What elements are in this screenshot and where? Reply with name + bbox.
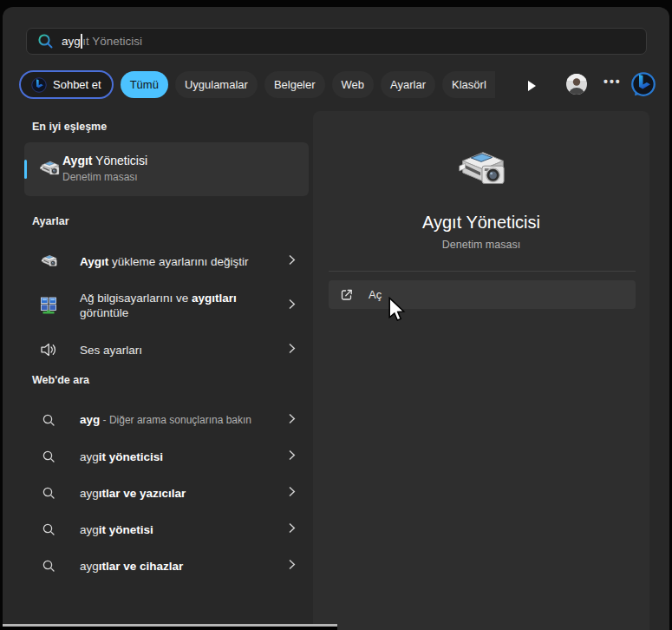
query-text: ayg (80, 560, 99, 573)
tab-chat[interactable]: Sohbet et (19, 70, 114, 99)
search-icon (37, 33, 54, 49)
label-post: görüntüle (80, 306, 128, 319)
label-bold: aygıtları (192, 292, 237, 305)
settings-item-label: Aygıt yükleme ayarlarını değiştir (80, 254, 249, 269)
speaker-icon (39, 341, 58, 358)
search-glass-icon (39, 559, 58, 574)
taskbar-gap (0, 627, 337, 630)
best-match-result[interactable]: Aygıt Yöneticisi Denetim masası (24, 142, 309, 196)
completion-text: it yönetisi (99, 523, 153, 536)
tab-folders[interactable]: Klasörl (442, 71, 495, 98)
search-glass-icon (39, 450, 58, 464)
tab-all[interactable]: Tümü (121, 71, 168, 98)
query-text: ayg (80, 413, 100, 426)
label-pre: Ses ayarları (80, 344, 142, 357)
tab-documents[interactable]: Belgeler (264, 71, 325, 98)
section-settings: Ayarlar (32, 215, 69, 227)
completion-text: ıtlar ve yazıcılar (99, 487, 186, 500)
chevron-right-icon (289, 412, 296, 428)
divider (329, 271, 636, 272)
settings-item-sound[interactable]: Ses ayarları (24, 331, 308, 368)
avatar-photo (566, 74, 587, 95)
device-manager-icon (39, 253, 58, 271)
search-suggestion-text: ıt Yöneticisi (82, 35, 142, 48)
best-match-title: Aygıt Yöneticisi (62, 154, 147, 167)
tab-web[interactable]: Web (332, 71, 375, 98)
label-bold: Aygıt (80, 255, 108, 268)
web-suggestion[interactable]: aygıtlar ve yazıcılar (24, 475, 308, 511)
query-text: ayg (80, 523, 99, 536)
web-suggestion[interactable]: ayg - Diğer arama sonuçlarına bakın (24, 402, 308, 438)
open-action-button[interactable]: Aç (329, 280, 636, 309)
web-suggestion-label: aygıtlar ve cihazlar (80, 559, 183, 574)
web-suggestion[interactable]: aygit yönetisi (24, 511, 308, 548)
completion-text: it yöneticisi (99, 450, 163, 463)
annotation-text: - Diğer arama sonuçlarına bakın (100, 414, 251, 426)
settings-item-label: Ses ayarları (80, 343, 142, 358)
chevron-right-icon (289, 298, 296, 313)
tab-settings[interactable]: Ayarlar (381, 71, 435, 98)
chevron-right-icon (289, 558, 296, 574)
settings-item-device-install[interactable]: Aygıt yükleme ayarlarını değiştir (24, 243, 308, 279)
label-pre: Ağ bilgisayarlarını ve (80, 292, 192, 305)
tabs-scroll-right-button[interactable] (528, 79, 537, 95)
chevron-right-icon (289, 342, 296, 358)
section-best-match: En iyi eşleşme (32, 121, 107, 133)
selection-accent-bar (24, 160, 27, 179)
bing-icon (630, 71, 656, 97)
section-web-search: Web'de ara (32, 374, 89, 386)
chevron-right-icon (289, 485, 296, 501)
network-devices-icon (39, 297, 58, 314)
tab-settings-label: Ayarlar (390, 78, 426, 91)
tab-folders-label: Klasörl (452, 78, 486, 91)
chevron-right-icon (289, 253, 296, 269)
tab-apps-label: Uygulamalar (185, 78, 248, 91)
settings-item-network-devices[interactable]: Ağ bilgisayarlarını ve aygıtları görüntü… (24, 279, 308, 331)
search-flyout-panel: ayg ıt Yöneticisi Sohbet et Tümü Uygulam… (3, 7, 669, 630)
web-suggestion[interactable]: aygit yöneticisi (24, 438, 308, 475)
preview-subtitle: Denetim masası (313, 239, 649, 251)
open-label: Aç (369, 288, 382, 301)
chevron-right-icon (289, 449, 296, 464)
query-text: ayg (80, 487, 99, 500)
tab-apps[interactable]: Uygulamalar (175, 71, 258, 98)
preview-title: Aygıt Yöneticisi (313, 213, 649, 233)
search-typed-text: ayg (62, 35, 81, 48)
web-suggestion-label: ayg - Diğer arama sonuçlarına bakın (80, 412, 251, 428)
search-glass-icon (39, 486, 58, 501)
open-external-icon (340, 288, 354, 302)
bing-chat-icon (31, 77, 47, 93)
tab-web-label: Web (342, 78, 365, 91)
search-glass-icon (39, 522, 58, 537)
best-match-subtitle: Denetim masası (62, 171, 138, 183)
web-suggestion-label: aygit yönetisi (80, 522, 153, 537)
tab-chat-label: Sohbet et (53, 78, 101, 91)
search-text[interactable]: ayg ıt Yöneticisi (62, 34, 142, 49)
completion-text: ıtlar ve cihazlar (99, 560, 184, 573)
mouse-cursor (388, 297, 406, 325)
best-match-title-rest: Yöneticisi (92, 154, 147, 167)
device-manager-icon-large (313, 111, 649, 198)
web-suggestion-label: aygıtlar ve yazıcılar (80, 486, 186, 501)
label-post: yükleme ayarlarını değiştir (108, 255, 248, 268)
preview-pane: Aygıt Yöneticisi Denetim masası Aç (313, 111, 649, 630)
tab-documents-label: Belgeler (274, 78, 316, 91)
chevron-right-icon (289, 522, 296, 537)
play-right-icon (528, 81, 537, 91)
more-options-button[interactable]: ••• (603, 75, 622, 89)
query-text: ayg (80, 450, 99, 463)
filter-tabs-row: Sohbet et Tümü Uygulamalar Belgeler Web … (19, 70, 652, 99)
device-manager-icon (38, 158, 61, 184)
search-input[interactable]: ayg ıt Yöneticisi (26, 28, 647, 55)
tab-all-label: Tümü (130, 78, 159, 91)
web-suggestion-label: aygit yöneticisi (80, 450, 163, 464)
user-avatar[interactable] (566, 74, 587, 98)
search-glass-icon (39, 413, 58, 428)
bing-search-button[interactable] (630, 71, 656, 101)
web-suggestion[interactable]: aygıtlar ve cihazlar (24, 548, 308, 584)
settings-item-label: Ağ bilgisayarlarını ve aygıtları görüntü… (80, 291, 284, 320)
best-match-title-bold: Aygıt (62, 154, 92, 167)
